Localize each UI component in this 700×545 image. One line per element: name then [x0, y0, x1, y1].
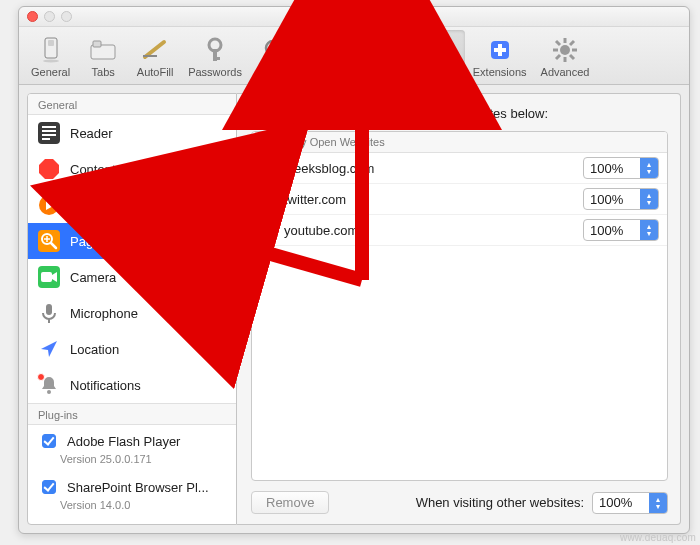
site-domain: twitter.com — [284, 192, 575, 207]
security-icon — [314, 36, 342, 64]
sidebar-item-label: Microphone — [70, 306, 138, 321]
zoom-value: 100% — [590, 161, 623, 176]
zoom-value: 100% — [590, 192, 623, 207]
svg-marker-30 — [39, 159, 59, 179]
svg-marker-43 — [41, 341, 57, 357]
toolbar-item-label: Tabs — [92, 66, 115, 78]
svg-rect-4 — [93, 41, 101, 47]
plugin-name: SharePoint Browser Pl... — [67, 480, 209, 495]
content-blockers-icon — [38, 158, 60, 180]
toolbar-item-privacy[interactable]: Privacy — [356, 30, 406, 84]
chevron-up-down-icon: ▴▾ — [640, 220, 658, 240]
sidebar-item-notifications[interactable]: Notifications — [28, 367, 236, 403]
autofill-icon — [141, 36, 169, 64]
microphone-icon — [38, 302, 60, 324]
zoom-select[interactable]: 100% ▴▾ — [583, 157, 659, 179]
preferences-window: Websites GeneralTabsAutoFillPasswordsSea… — [18, 6, 690, 534]
svg-line-29 — [556, 55, 560, 59]
sidebar-item-label: Auto-Play — [70, 198, 126, 213]
toolbar-item-security[interactable]: Security — [302, 30, 354, 84]
sidebar-section-general: General — [28, 94, 236, 115]
advanced-icon — [551, 36, 579, 64]
table-row[interactable]: twitter.com 100% ▴▾ — [252, 184, 667, 215]
general-icon — [37, 36, 65, 64]
plugin-name: Adobe Flash Player — [67, 434, 180, 449]
toolbar-item-advanced[interactable]: Advanced — [535, 30, 596, 84]
default-zoom-select[interactable]: 100% ▴▾ — [592, 492, 668, 514]
sidebar-item-camera[interactable]: Camera — [28, 259, 236, 295]
toolbar-item-websites[interactable]: Websites — [408, 30, 465, 84]
sidebar-item-content-blockers[interactable]: Content Blockers — [28, 151, 236, 187]
svg-line-28 — [570, 41, 574, 45]
zoom-window-button[interactable] — [61, 11, 72, 22]
passwords-icon — [201, 36, 229, 64]
svg-rect-5 — [143, 55, 157, 57]
window-title: Websites — [327, 9, 380, 24]
toolbar-item-label: AutoFill — [137, 66, 174, 78]
pane-description: Control the page zoom level on the websi… — [251, 106, 668, 121]
svg-rect-8 — [213, 57, 220, 60]
table-row[interactable]: 📷 igeeksblog.com 100% ▴▾ — [252, 153, 667, 184]
svg-rect-1 — [48, 40, 54, 46]
websites-table: Currently Open Websites 📷 igeeksblog.com… — [251, 131, 668, 481]
plugin-version: Version 25.0.0.171 — [60, 453, 226, 465]
content-area: General ReaderContent BlockersAuto-PlayP… — [19, 85, 689, 533]
toolbar-item-passwords[interactable]: Passwords — [182, 30, 248, 84]
websites-icon — [422, 36, 450, 64]
toolbar-item-label: Privacy — [363, 66, 399, 78]
plugin-checkbox[interactable] — [42, 434, 56, 448]
chevron-up-down-icon: ▴▾ — [640, 189, 658, 209]
close-window-button[interactable] — [27, 11, 38, 22]
sidebar-item-reader[interactable]: Reader — [28, 115, 236, 151]
toolbar-item-label: Security — [308, 66, 348, 78]
plugin-checkbox[interactable] — [42, 480, 56, 494]
favicon-icon — [260, 191, 276, 207]
toolbar-item-tabs[interactable]: Tabs — [78, 30, 128, 84]
sidebar-item-label: Camera — [70, 270, 116, 285]
site-domain: igeeksblog.com — [284, 161, 575, 176]
sidebar-section-plugins: Plug-ins — [28, 403, 236, 425]
reader-icon — [38, 122, 60, 144]
privacy-icon — [367, 36, 395, 64]
zoom-select[interactable]: 100% ▴▾ — [583, 188, 659, 210]
favicon-icon: 📷 — [260, 160, 276, 176]
sidebar-item-auto-play[interactable]: Auto-Play — [28, 187, 236, 223]
svg-point-2 — [43, 60, 59, 63]
remove-button[interactable]: Remove — [251, 491, 329, 514]
table-row[interactable]: youtube.com 100% ▴▾ — [252, 215, 667, 246]
sidebar-item-label: Location — [70, 342, 119, 357]
toolbar-item-label: Extensions — [473, 66, 527, 78]
toolbar-item-extensions[interactable]: Extensions — [467, 30, 533, 84]
svg-rect-12 — [323, 51, 333, 58]
svg-point-44 — [47, 390, 51, 394]
svg-rect-39 — [41, 272, 52, 282]
tabs-icon — [89, 36, 117, 64]
svg-line-10 — [278, 53, 285, 60]
auto-play-icon — [38, 194, 60, 216]
toolbar-item-autofill[interactable]: AutoFill — [130, 30, 180, 84]
sidebar-item-location[interactable]: Location — [28, 331, 236, 367]
toolbar-item-general[interactable]: General — [25, 30, 76, 84]
toolbar-item-label: Passwords — [188, 66, 242, 78]
sidebar-item-microphone[interactable]: Microphone — [28, 295, 236, 331]
toolbar-item-search[interactable]: Search — [250, 30, 300, 84]
zoom-value: 100% — [590, 223, 623, 238]
settings-sidebar: General ReaderContent BlockersAuto-PlayP… — [27, 93, 237, 525]
extensions-icon — [486, 36, 514, 64]
minimize-window-button[interactable] — [44, 11, 55, 22]
titlebar: Websites — [19, 7, 689, 27]
sidebar-item-label: Content Blockers — [70, 162, 169, 177]
badge-dot-icon — [37, 373, 45, 381]
toolbar-item-label: Search — [258, 66, 293, 78]
plugin-item[interactable]: Adobe Flash PlayerVersion 25.0.0.171 — [28, 425, 236, 471]
sidebar-item-label: Reader — [70, 126, 113, 141]
detail-pane: Control the page zoom level on the websi… — [237, 93, 681, 525]
zoom-select[interactable]: 100% ▴▾ — [583, 219, 659, 241]
sidebar-item-page-zoom[interactable]: Page Zoom — [28, 223, 236, 259]
sidebar-item-label: Notifications — [70, 378, 141, 393]
toolbar-item-label: General — [31, 66, 70, 78]
plugin-item[interactable]: SharePoint Browser Pl...Version 14.0.0 — [28, 471, 236, 517]
preferences-toolbar: GeneralTabsAutoFillPasswordsSearchSecuri… — [19, 27, 689, 85]
table-header: Currently Open Websites — [252, 132, 667, 153]
chevron-up-down-icon: ▴▾ — [649, 493, 667, 513]
